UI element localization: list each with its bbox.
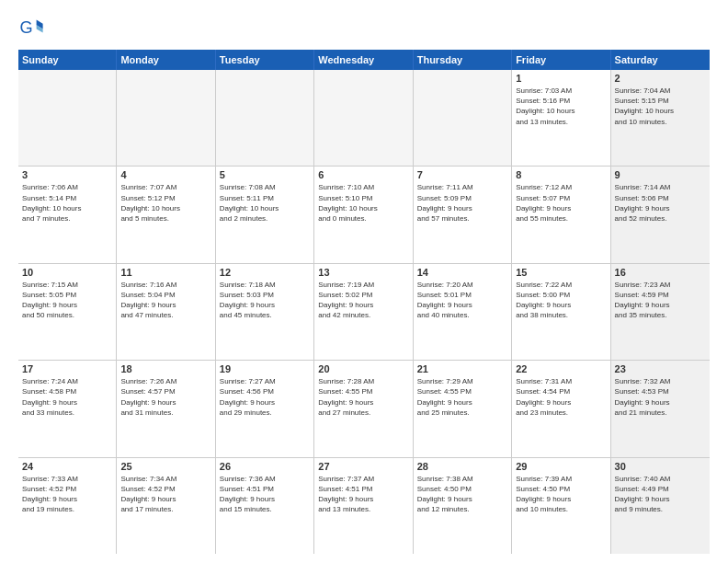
day-info: Sunrise: 7:19 AM Sunset: 5:02 PM Dayligh… — [318, 280, 408, 321]
day-number: 24 — [22, 461, 112, 472]
day-number: 21 — [417, 363, 507, 374]
calendar-cell-4: 4Sunrise: 7:07 AM Sunset: 5:12 PM Daylig… — [117, 167, 215, 262]
calendar-cell-22: 22Sunrise: 7:31 AM Sunset: 4:54 PM Dayli… — [512, 361, 610, 456]
calendar-cell-13: 13Sunrise: 7:19 AM Sunset: 5:02 PM Dayli… — [314, 264, 413, 360]
calendar-cell-7: 7Sunrise: 7:11 AM Sunset: 5:09 PM Daylig… — [414, 167, 512, 262]
calendar-cell-23: 23Sunrise: 7:32 AM Sunset: 4:53 PM Dayli… — [611, 361, 710, 456]
calendar-week-1: 3Sunrise: 7:06 AM Sunset: 5:14 PM Daylig… — [18, 167, 710, 263]
calendar-cell-empty — [414, 70, 512, 166]
day-info: Sunrise: 7:29 AM Sunset: 4:55 PM Dayligh… — [417, 376, 507, 418]
calendar-week-3: 17Sunrise: 7:24 AM Sunset: 4:58 PM Dayli… — [18, 361, 710, 457]
day-info: Sunrise: 7:24 AM Sunset: 4:58 PM Dayligh… — [22, 376, 112, 418]
day-info: Sunrise: 7:06 AM Sunset: 5:14 PM Dayligh… — [22, 182, 112, 224]
calendar-cell-26: 26Sunrise: 7:36 AM Sunset: 4:51 PM Dayli… — [216, 458, 314, 554]
day-number: 14 — [417, 267, 507, 278]
day-number: 10 — [22, 267, 112, 278]
day-info: Sunrise: 7:36 AM Sunset: 4:51 PM Dayligh… — [220, 474, 310, 515]
calendar-cell-27: 27Sunrise: 7:37 AM Sunset: 4:51 PM Dayli… — [314, 458, 413, 554]
header-day-friday: Friday — [512, 50, 610, 70]
calendar-cell-30: 30Sunrise: 7:40 AM Sunset: 4:49 PM Dayli… — [611, 458, 710, 554]
day-info: Sunrise: 7:22 AM Sunset: 5:00 PM Dayligh… — [516, 280, 606, 321]
day-number: 11 — [120, 267, 210, 278]
day-number: 9 — [615, 169, 706, 180]
calendar-body: 1Sunrise: 7:03 AM Sunset: 5:16 PM Daylig… — [18, 70, 710, 554]
calendar-cell-11: 11Sunrise: 7:16 AM Sunset: 5:04 PM Dayli… — [117, 264, 215, 360]
day-info: Sunrise: 7:20 AM Sunset: 5:01 PM Dayligh… — [417, 280, 507, 321]
header-day-tuesday: Tuesday — [216, 50, 314, 70]
calendar-cell-28: 28Sunrise: 7:38 AM Sunset: 4:50 PM Dayli… — [414, 458, 512, 554]
header-day-thursday: Thursday — [414, 50, 512, 70]
day-number: 26 — [220, 461, 310, 472]
calendar-cell-21: 21Sunrise: 7:29 AM Sunset: 4:55 PM Dayli… — [414, 361, 512, 456]
day-info: Sunrise: 7:28 AM Sunset: 4:55 PM Dayligh… — [318, 376, 408, 418]
page: G SundayMondayTuesdayWednesdayThursdayFr… — [0, 0, 728, 563]
calendar-cell-24: 24Sunrise: 7:33 AM Sunset: 4:52 PM Dayli… — [18, 458, 117, 554]
logo-icon: G — [18, 15, 44, 40]
day-info: Sunrise: 7:10 AM Sunset: 5:10 PM Dayligh… — [318, 182, 408, 224]
day-number: 18 — [120, 363, 210, 374]
day-number: 1 — [516, 73, 606, 84]
day-number: 13 — [318, 267, 408, 278]
day-number: 16 — [615, 267, 706, 278]
day-number: 23 — [615, 363, 706, 374]
calendar-cell-empty — [216, 70, 314, 166]
day-number: 29 — [516, 461, 606, 472]
day-number: 22 — [516, 363, 606, 374]
day-number: 15 — [516, 267, 606, 278]
day-number: 5 — [220, 169, 310, 180]
calendar-header: SundayMondayTuesdayWednesdayThursdayFrid… — [18, 50, 710, 70]
logo: G — [18, 15, 48, 40]
day-number: 28 — [417, 461, 507, 472]
calendar-cell-14: 14Sunrise: 7:20 AM Sunset: 5:01 PM Dayli… — [414, 264, 512, 360]
day-info: Sunrise: 7:38 AM Sunset: 4:50 PM Dayligh… — [417, 474, 507, 515]
day-number: 17 — [22, 363, 112, 374]
day-info: Sunrise: 7:12 AM Sunset: 5:07 PM Dayligh… — [516, 182, 606, 224]
day-number: 30 — [615, 461, 706, 472]
day-info: Sunrise: 7:14 AM Sunset: 5:06 PM Dayligh… — [615, 182, 706, 224]
calendar-cell-29: 29Sunrise: 7:39 AM Sunset: 4:50 PM Dayli… — [512, 458, 610, 554]
calendar-week-2: 10Sunrise: 7:15 AM Sunset: 5:05 PM Dayli… — [18, 264, 710, 361]
day-number: 25 — [120, 461, 210, 472]
day-info: Sunrise: 7:23 AM Sunset: 4:59 PM Dayligh… — [615, 280, 706, 321]
day-number: 4 — [120, 169, 210, 180]
day-number: 2 — [615, 73, 706, 84]
day-number: 27 — [318, 461, 408, 472]
calendar-cell-1: 1Sunrise: 7:03 AM Sunset: 5:16 PM Daylig… — [512, 70, 610, 166]
day-info: Sunrise: 7:27 AM Sunset: 4:56 PM Dayligh… — [220, 376, 310, 418]
header-day-sunday: Sunday — [18, 50, 117, 70]
header-day-wednesday: Wednesday — [314, 50, 413, 70]
calendar-cell-12: 12Sunrise: 7:18 AM Sunset: 5:03 PM Dayli… — [216, 264, 314, 360]
calendar-week-0: 1Sunrise: 7:03 AM Sunset: 5:16 PM Daylig… — [18, 70, 710, 167]
day-number: 6 — [318, 169, 408, 180]
day-number: 20 — [318, 363, 408, 374]
day-info: Sunrise: 7:15 AM Sunset: 5:05 PM Dayligh… — [22, 280, 112, 321]
calendar-cell-2: 2Sunrise: 7:04 AM Sunset: 5:15 PM Daylig… — [611, 70, 710, 166]
day-info: Sunrise: 7:18 AM Sunset: 5:03 PM Dayligh… — [220, 280, 310, 321]
day-info: Sunrise: 7:31 AM Sunset: 4:54 PM Dayligh… — [516, 376, 606, 418]
day-info: Sunrise: 7:03 AM Sunset: 5:16 PM Dayligh… — [516, 86, 606, 127]
day-info: Sunrise: 7:16 AM Sunset: 5:04 PM Dayligh… — [120, 280, 210, 321]
day-number: 8 — [516, 169, 606, 180]
calendar-cell-17: 17Sunrise: 7:24 AM Sunset: 4:58 PM Dayli… — [18, 361, 117, 456]
calendar-cell-empty — [314, 70, 413, 166]
calendar-cell-empty — [117, 70, 215, 166]
header: G — [18, 15, 710, 40]
calendar-cell-9: 9Sunrise: 7:14 AM Sunset: 5:06 PM Daylig… — [611, 167, 710, 262]
day-info: Sunrise: 7:07 AM Sunset: 5:12 PM Dayligh… — [120, 182, 210, 224]
day-info: Sunrise: 7:33 AM Sunset: 4:52 PM Dayligh… — [22, 474, 112, 515]
day-info: Sunrise: 7:34 AM Sunset: 4:52 PM Dayligh… — [120, 474, 210, 515]
calendar-cell-6: 6Sunrise: 7:10 AM Sunset: 5:10 PM Daylig… — [314, 167, 413, 262]
day-number: 19 — [220, 363, 310, 374]
calendar-cell-5: 5Sunrise: 7:08 AM Sunset: 5:11 PM Daylig… — [216, 167, 314, 262]
day-info: Sunrise: 7:04 AM Sunset: 5:15 PM Dayligh… — [615, 86, 706, 127]
day-info: Sunrise: 7:32 AM Sunset: 4:53 PM Dayligh… — [615, 376, 706, 418]
header-day-saturday: Saturday — [611, 50, 710, 70]
calendar-cell-15: 15Sunrise: 7:22 AM Sunset: 5:00 PM Dayli… — [512, 264, 610, 360]
day-info: Sunrise: 7:39 AM Sunset: 4:50 PM Dayligh… — [516, 474, 606, 515]
day-info: Sunrise: 7:40 AM Sunset: 4:49 PM Dayligh… — [615, 474, 706, 515]
calendar-cell-10: 10Sunrise: 7:15 AM Sunset: 5:05 PM Dayli… — [18, 264, 117, 360]
day-info: Sunrise: 7:26 AM Sunset: 4:57 PM Dayligh… — [120, 376, 210, 418]
calendar-cell-19: 19Sunrise: 7:27 AM Sunset: 4:56 PM Dayli… — [216, 361, 314, 456]
day-info: Sunrise: 7:08 AM Sunset: 5:11 PM Dayligh… — [220, 182, 310, 224]
day-info: Sunrise: 7:37 AM Sunset: 4:51 PM Dayligh… — [318, 474, 408, 515]
